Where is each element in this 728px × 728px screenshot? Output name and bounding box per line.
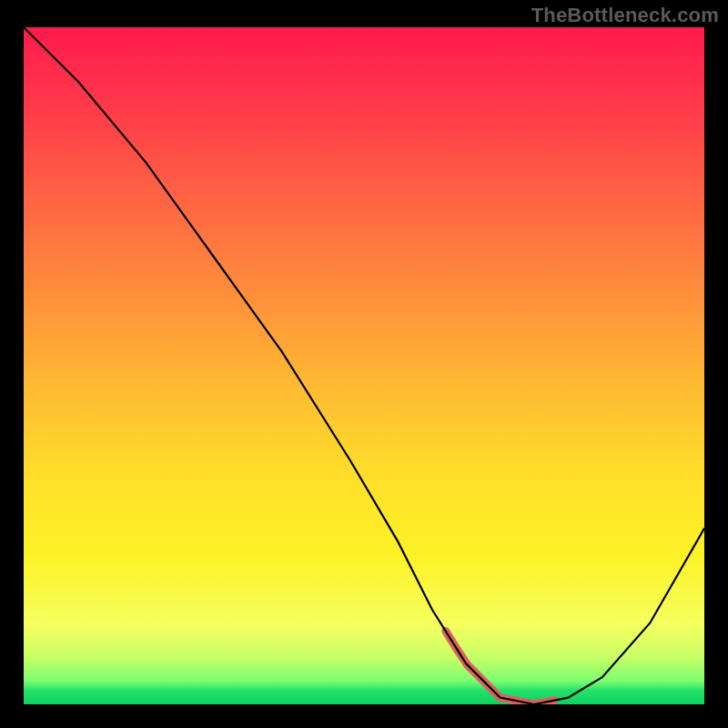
plot-area <box>24 27 704 704</box>
curve-svg <box>24 27 704 704</box>
watermark-label: TheBottleneck.com <box>531 4 719 27</box>
bottleneck-highlight <box>446 632 555 704</box>
curve-line <box>24 27 704 704</box>
chart-canvas: TheBottleneck.com <box>0 0 728 728</box>
